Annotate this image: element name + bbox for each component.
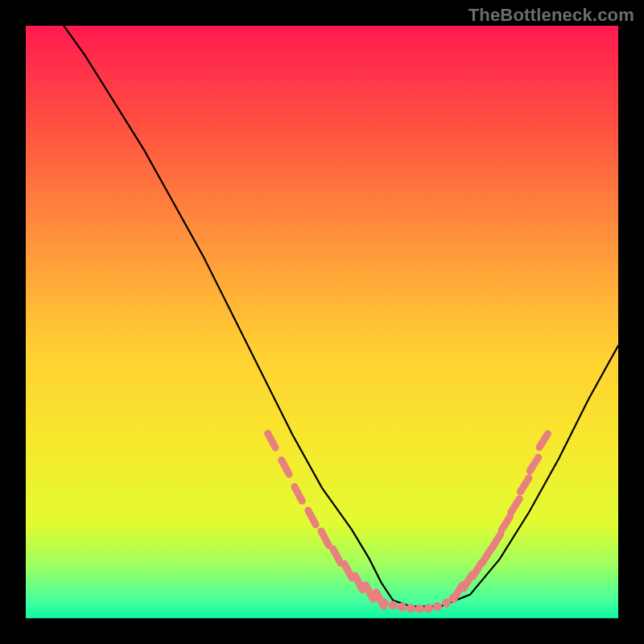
svg-line-15 [502,517,510,530]
bottleneck-chart [26,26,618,618]
svg-line-5 [333,549,341,564]
svg-line-18 [530,457,539,471]
svg-line-2 [295,487,302,502]
gradient-plot-area [26,26,618,618]
svg-line-6 [345,564,352,578]
svg-line-7 [355,576,362,590]
curve-line [56,26,618,606]
svg-line-0 [268,433,275,448]
svg-point-22 [398,603,407,612]
svg-line-14 [492,535,501,548]
svg-point-21 [389,601,398,609]
svg-point-26 [433,602,442,611]
svg-point-28 [449,594,458,603]
left-segment-marks [268,433,384,606]
svg-line-16 [511,499,520,513]
svg-line-4 [321,531,328,546]
svg-point-24 [415,605,424,613]
svg-line-3 [308,510,316,525]
svg-line-19 [539,434,548,448]
svg-line-8 [365,585,373,600]
svg-line-1 [282,460,289,475]
svg-point-23 [407,604,415,613]
watermark-label: TheBottleneck.com [469,5,634,26]
svg-point-20 [380,598,389,607]
svg-line-13 [482,549,491,563]
right-segment-marks [454,434,548,599]
svg-line-17 [520,478,529,492]
svg-point-25 [424,604,433,613]
